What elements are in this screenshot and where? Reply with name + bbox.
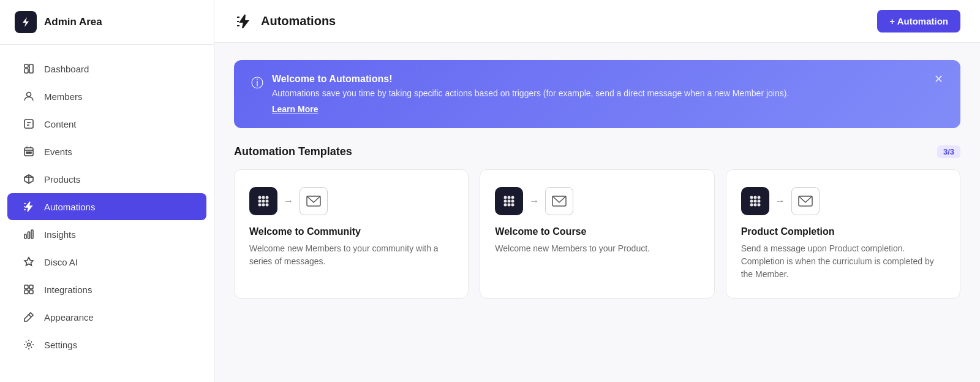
info-icon: ⓘ: [251, 75, 263, 91]
template-card-welcome-course[interactable]: → Welcome to Course Welcome new Members …: [480, 169, 714, 299]
svg-rect-23: [31, 230, 33, 239]
sidebar-logo: [15, 11, 37, 33]
sidebar-nav: Dashboard Members Content: [0, 45, 214, 382]
sidebar-item-appearance[interactable]: Appearance: [7, 304, 206, 330]
svg-point-60: [750, 204, 753, 207]
svg-rect-27: [29, 290, 33, 294]
info-banner: ⓘ Welcome to Automations! Automations sa…: [234, 60, 960, 128]
svg-marker-17: [26, 202, 32, 212]
insights-icon: [22, 227, 36, 241]
svg-point-29: [28, 343, 31, 346]
svg-rect-12: [26, 152, 28, 153]
svg-rect-13: [28, 152, 29, 153]
template-description: Send a message upon Product completion. …: [741, 242, 945, 281]
svg-point-48: [508, 200, 511, 203]
banner-title: Welcome to Automations!: [272, 74, 925, 85]
integrations-icon: [22, 283, 36, 296]
template-icons: →: [495, 187, 699, 215]
sidebar-item-label: Products: [44, 174, 80, 185]
sidebar: Admin Area Dashboard Members: [0, 0, 214, 382]
sidebar-item-label: Dashboard: [44, 64, 89, 74]
svg-point-40: [258, 204, 262, 207]
sidebar-item-members[interactable]: Members: [7, 83, 206, 110]
svg-marker-0: [23, 17, 29, 27]
svg-rect-26: [24, 290, 28, 294]
sidebar-item-label: Appearance: [44, 312, 94, 323]
sidebar-item-label: Settings: [44, 340, 77, 350]
svg-point-36: [266, 196, 269, 199]
sidebar-item-products[interactable]: Products: [7, 166, 206, 193]
svg-rect-3: [24, 64, 28, 67]
template-name: Welcome to Community: [249, 226, 453, 237]
sidebar-item-label: Automations: [44, 202, 95, 212]
products-icon: [22, 172, 36, 186]
banner-text: Welcome to Automations! Automations save…: [272, 74, 925, 115]
dashboard-icon: [22, 62, 36, 75]
sidebar-item-settings[interactable]: Settings: [7, 331, 206, 358]
sidebar-title: Admin Area: [44, 16, 102, 28]
main-header: Automations + Automation: [214, 0, 980, 43]
email-icon: [300, 187, 328, 215]
svg-rect-25: [29, 285, 33, 289]
template-card-product-completion[interactable]: → Product Completion Send a message upon…: [726, 169, 960, 299]
sidebar-item-label: Events: [44, 147, 72, 157]
main-area: Automations + Automation ⓘ Welcome to Au…: [214, 0, 980, 382]
svg-rect-1: [24, 69, 28, 73]
arrow-icon: →: [284, 196, 293, 207]
svg-point-51: [508, 204, 511, 207]
svg-point-54: [750, 196, 753, 199]
settings-icon: [22, 338, 36, 351]
sidebar-item-events[interactable]: Events: [7, 138, 206, 165]
sidebar-item-integrations[interactable]: Integrations: [7, 276, 206, 303]
svg-point-38: [262, 200, 265, 203]
sidebar-item-automations[interactable]: Automations: [7, 193, 206, 220]
sidebar-item-disco-ai[interactable]: Disco AI: [7, 248, 206, 275]
sidebar-item-insights[interactable]: Insights: [7, 221, 206, 248]
template-name: Product Completion: [741, 226, 945, 237]
template-icons: →: [249, 187, 453, 215]
svg-rect-14: [30, 152, 31, 153]
template-card-welcome-community[interactable]: → Welcome to Community Welcome new Membe…: [234, 169, 469, 299]
svg-point-47: [504, 200, 507, 203]
sidebar-item-dashboard[interactable]: Dashboard: [7, 55, 206, 82]
sidebar-item-label: Disco AI: [44, 257, 78, 267]
content-icon: [22, 117, 36, 131]
svg-point-35: [262, 196, 265, 199]
add-automation-button[interactable]: + Automation: [877, 10, 960, 32]
svg-point-58: [753, 200, 756, 203]
sidebar-item-label: Insights: [44, 229, 76, 240]
template-description: Welcome new Members to your community wi…: [249, 242, 453, 268]
template-name: Welcome to Course: [495, 226, 699, 237]
arrow-icon: →: [529, 196, 539, 207]
svg-point-55: [753, 196, 756, 199]
banner-close-button[interactable]: ✕: [934, 74, 943, 85]
svg-point-49: [511, 200, 514, 203]
sidebar-header: Admin Area: [0, 0, 214, 45]
templates-page-badge: 3/3: [937, 145, 960, 158]
svg-point-34: [258, 196, 262, 199]
svg-rect-5: [24, 120, 33, 128]
content-area: ⓘ Welcome to Automations! Automations sa…: [214, 43, 980, 382]
svg-point-52: [511, 204, 514, 207]
svg-point-42: [266, 204, 269, 207]
app-icon: [741, 187, 769, 215]
page-title: Automations: [261, 14, 336, 28]
templates-grid: → Welcome to Community Welcome new Membe…: [234, 169, 960, 299]
svg-line-28: [29, 315, 31, 317]
app-icon: [249, 187, 277, 215]
template-description: Welcome new Members to your Product.: [495, 242, 699, 255]
svg-point-45: [508, 196, 511, 199]
svg-point-44: [504, 196, 507, 199]
sidebar-item-label: Members: [44, 91, 83, 102]
svg-point-46: [511, 196, 514, 199]
templates-section-header: Automation Templates 3/3: [234, 145, 960, 158]
svg-rect-24: [24, 285, 28, 289]
learn-more-link[interactable]: Learn More: [272, 104, 318, 114]
members-icon: [22, 90, 36, 103]
svg-point-62: [757, 204, 760, 207]
template-icons: →: [741, 187, 945, 215]
arrow-icon: →: [775, 196, 785, 207]
sidebar-item-content[interactable]: Content: [7, 110, 206, 137]
templates-title: Automation Templates: [234, 145, 352, 158]
svg-rect-22: [28, 232, 30, 239]
